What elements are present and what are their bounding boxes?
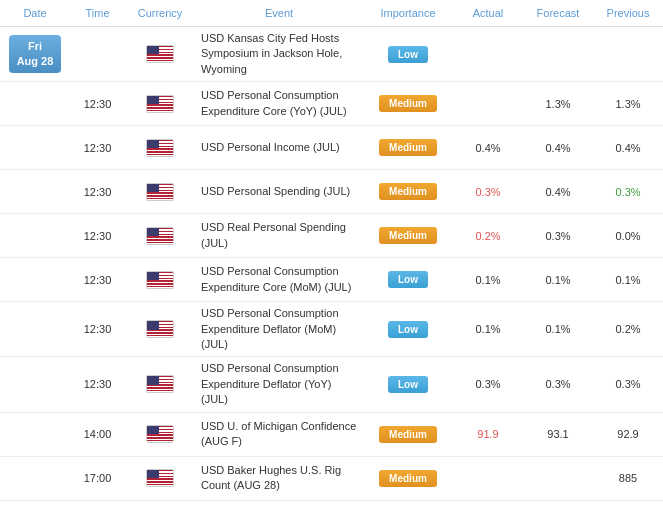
date-cell: Fri Aug 28 (0, 31, 70, 78)
previous-cell: 0.2% (593, 319, 663, 339)
event-cell: USD Baker Hughes U.S. Rig Count (AUG 28) (195, 459, 363, 498)
actual-cell (453, 474, 523, 482)
flag-canton (147, 46, 159, 54)
actual-cell: 0.1% (453, 319, 523, 339)
table-row: 12:30 USD Personal Consumption Expenditu… (0, 302, 663, 357)
time-cell: 12:30 (70, 270, 125, 290)
forecast-cell: 0.1% (523, 270, 593, 290)
date-cell (0, 100, 70, 108)
forecast-cell: 0.4% (523, 138, 593, 158)
table-row: 12:30 USD Personal Spending (JUL)Medium0… (0, 170, 663, 214)
event-cell: USD U. of Michigan Confidence (AUG F) (195, 415, 363, 454)
date-badge: Fri Aug 28 (9, 35, 62, 74)
forecast-cell: 0.3% (523, 226, 593, 246)
time-cell: 12:30 (70, 226, 125, 246)
currency-cell (125, 41, 195, 67)
header-previous: Previous (593, 4, 663, 22)
event-cell: USD Personal Consumption Expenditure Cor… (195, 260, 363, 299)
table-row: 12:30 USD Personal Consumption Expenditu… (0, 357, 663, 412)
time-cell: 12:30 (70, 319, 125, 339)
importance-badge: Medium (379, 470, 437, 487)
actual-cell: 0.3% (453, 182, 523, 202)
importance-badge: Medium (379, 95, 437, 112)
header-currency: Currency (125, 4, 195, 22)
importance-cell: Medium (363, 179, 453, 204)
importance-badge: Medium (379, 139, 437, 156)
table-row: 12:30 USD Personal Consumption Expenditu… (0, 82, 663, 126)
date-cell (0, 474, 70, 482)
flag-canton (147, 96, 159, 104)
actual-cell (453, 50, 523, 58)
us-flag (146, 469, 174, 487)
table-row: 12:30 USD Personal Consumption Expenditu… (0, 258, 663, 302)
flag-canton (147, 140, 159, 148)
forecast-cell (523, 474, 593, 482)
forecast-cell (523, 50, 593, 58)
us-flag (146, 183, 174, 201)
currency-cell (125, 371, 195, 397)
currency-cell (125, 135, 195, 161)
us-flag (146, 95, 174, 113)
importance-badge: Low (388, 321, 428, 338)
time-cell: 14:00 (70, 424, 125, 444)
importance-badge: Low (388, 376, 428, 393)
previous-cell: 92.9 (593, 424, 663, 444)
us-flag (146, 320, 174, 338)
event-cell: USD Personal Consumption Expenditure Cor… (195, 84, 363, 123)
header-forecast: Forecast (523, 4, 593, 22)
currency-cell (125, 179, 195, 205)
table-body: Fri Aug 28 USD Kansas City Fed Hosts Sym… (0, 27, 663, 501)
currency-cell (125, 223, 195, 249)
forecast-cell: 0.1% (523, 319, 593, 339)
importance-cell: Medium (363, 466, 453, 491)
actual-cell: 0.2% (453, 226, 523, 246)
forecast-cell: 1.3% (523, 94, 593, 114)
event-cell: USD Personal Income (JUL) (195, 136, 363, 159)
date-line2: Aug 28 (17, 55, 54, 67)
table-row: 14:00 USD U. of Michigan Confidence (AUG… (0, 413, 663, 457)
table-row: 17:00 USD Baker Hughes U.S. Rig Count (A… (0, 457, 663, 501)
flag-canton (147, 470, 159, 478)
flag-canton (147, 321, 159, 329)
table-row: 12:30 USD Real Personal Spending (JUL)Me… (0, 214, 663, 258)
flag-canton (147, 376, 159, 384)
currency-cell (125, 316, 195, 342)
us-flag (146, 139, 174, 157)
importance-cell: Low (363, 42, 453, 67)
previous-cell: 885 (593, 468, 663, 488)
actual-cell: 91.9 (453, 424, 523, 444)
time-cell (70, 50, 125, 58)
flag-canton (147, 184, 159, 192)
event-cell: USD Personal Spending (JUL) (195, 180, 363, 203)
event-cell: USD Kansas City Fed Hosts Symposium in J… (195, 27, 363, 81)
economic-calendar: Date Time Currency Event Importance Actu… (0, 0, 663, 501)
us-flag (146, 227, 174, 245)
date-cell (0, 430, 70, 438)
importance-badge: Medium (379, 227, 437, 244)
importance-cell: Medium (363, 135, 453, 160)
header-event: Event (195, 4, 363, 22)
header-actual: Actual (453, 4, 523, 22)
currency-cell (125, 465, 195, 491)
importance-badge: Medium (379, 183, 437, 200)
importance-cell: Medium (363, 223, 453, 248)
us-flag (146, 375, 174, 393)
importance-badge: Low (388, 271, 428, 288)
header-time: Time (70, 4, 125, 22)
previous-cell: 0.3% (593, 182, 663, 202)
actual-cell: 0.4% (453, 138, 523, 158)
date-cell (0, 380, 70, 388)
us-flag (146, 425, 174, 443)
previous-cell (593, 50, 663, 58)
flag-canton (147, 426, 159, 434)
currency-cell (125, 91, 195, 117)
forecast-cell: 0.4% (523, 182, 593, 202)
previous-cell: 1.3% (593, 94, 663, 114)
date-cell (0, 144, 70, 152)
time-cell: 12:30 (70, 374, 125, 394)
us-flag (146, 271, 174, 289)
importance-cell: Medium (363, 422, 453, 447)
importance-cell: Low (363, 372, 453, 397)
event-cell: USD Personal Consumption Expenditure Def… (195, 357, 363, 411)
flag-canton (147, 228, 159, 236)
